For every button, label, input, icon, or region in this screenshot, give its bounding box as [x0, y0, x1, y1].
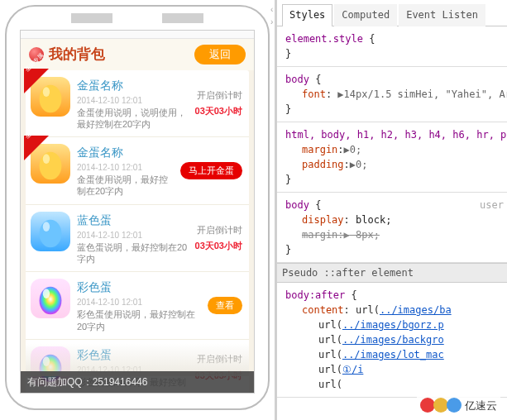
footer-qq: 2519416446 — [93, 376, 148, 388]
rule-reset[interactable]: html, body, h1, h2, h3, h4, h6, hr, p, b… — [277, 122, 507, 193]
ribbon-badge — [24, 69, 49, 93]
egg-icon — [31, 279, 70, 318]
item-right: 查看 — [208, 279, 242, 332]
header-bar: 我的背包 返回 — [21, 39, 254, 70]
egg-icon — [31, 212, 70, 251]
svg-point-9 — [43, 356, 50, 366]
tab-event-listen[interactable]: Event Listen — [399, 4, 485, 26]
page-title: 我的背包 — [49, 44, 105, 65]
item-desc: 金蛋使用说明，最好控制在20字内 — [77, 174, 174, 198]
rule-body-font[interactable]: body { font: ▶14px/1.5 simHei, "Yahei", … — [277, 67, 507, 122]
item-date: 2014-12-10 12:01 — [77, 161, 174, 174]
css-url-line[interactable]: content: url(../images/ba — [285, 303, 504, 317]
tab-computed[interactable]: Computed — [334, 4, 397, 26]
brand-logo: 亿速云 — [417, 396, 500, 416]
device-frame: 我的背包 返回 金蛋名称2014-12-10 12:01金蛋使用说明，说明使用，… — [5, 5, 270, 410]
svg-point-6 — [40, 287, 62, 315]
item-name: 彩色蛋 — [77, 279, 201, 296]
rule-body-after[interactable]: body:after { content: url(../images/baur… — [277, 283, 507, 398]
item-desc: 彩色蛋使用说明，最好控制在20字内 — [77, 308, 201, 332]
item-name: 蓝色蛋 — [77, 212, 189, 229]
css-url-line[interactable]: url(../images/bgorz.p — [285, 317, 504, 332]
item-info: 金蛋名称2014-12-10 12:01金蛋使用说明，最好控制在20字内 — [77, 144, 174, 198]
item-date: 2014-12-10 12:01 — [77, 94, 189, 107]
list-item[interactable]: 蓝色蛋2014-12-10 12:01蓝色蛋说明，最好控制在20字内开启倒计时0… — [26, 205, 249, 273]
css-url-line[interactable]: url(①/i — [285, 362, 504, 377]
pseudo-header: Pseudo ::after element — [277, 263, 507, 283]
css-url-line[interactable]: url( — [285, 377, 504, 392]
rule-body-display[interactable]: body { user display: block; margin:▶ 8px… — [277, 193, 507, 263]
item-info: 金蛋名称2014-12-10 12:01金蛋使用说明，说明使用，最好控制在20字… — [77, 77, 189, 131]
item-date: 2014-12-10 12:01 — [77, 229, 189, 241]
countdown-time: 03天03小时 — [195, 239, 242, 253]
backpack-list: 金蛋名称2014-12-10 12:01金蛋使用说明，说明使用，最好控制在20字… — [26, 70, 249, 394]
css-url-line[interactable]: url(../images/lot_mac — [285, 347, 504, 362]
svg-point-5 — [43, 222, 50, 231]
item-name: 彩色蛋 — [77, 346, 189, 364]
item-right: 开启倒计时03天03小时 — [195, 212, 242, 265]
item-name: 金蛋名称 — [77, 144, 174, 161]
list-item[interactable]: 金蛋名称2014-12-10 12:01金蛋使用说明，最好控制在20字内马上开金… — [26, 137, 249, 205]
ribbon-badge — [24, 136, 49, 160]
brand-text: 亿速云 — [465, 398, 497, 414]
item-right: 开启倒计时03天03小时 — [195, 77, 242, 131]
action-button[interactable]: 查看 — [208, 297, 242, 314]
devtools-tabs: StylesComputedEvent Listen — [277, 0, 507, 26]
item-name: 金蛋名称 — [77, 77, 189, 94]
app-screen: 我的背包 返回 金蛋名称2014-12-10 12:01金蛋使用说明，说明使用，… — [20, 30, 255, 394]
back-button[interactable]: 返回 — [194, 45, 246, 64]
item-right: 马上开金蛋 — [180, 144, 242, 198]
item-info: 蓝色蛋2014-12-10 12:01蓝色蛋说明，最好控制在20字内 — [77, 212, 189, 265]
list-item[interactable]: 彩色蛋2014-12-10 12:01彩色蛋使用说明，最好控制在20字内查看 — [26, 272, 249, 340]
countdown-label: 开启倒计时 — [197, 88, 242, 103]
svg-point-4 — [40, 219, 62, 247]
footer-bar: 有问题加QQ：2519416446 — [21, 371, 254, 393]
item-desc: 金蛋使用说明，说明使用，最好控制在20字内 — [77, 107, 189, 131]
footer-label: 有问题加QQ： — [27, 376, 93, 388]
rule-element-style[interactable]: element.style { } — [277, 26, 507, 67]
svg-point-7 — [43, 289, 50, 299]
countdown-time: 03天03小时 — [195, 104, 242, 118]
action-button[interactable]: 马上开金蛋 — [180, 162, 242, 179]
css-url-line[interactable]: url(../images/backgro — [285, 332, 504, 347]
countdown-label: 开启倒计时 — [197, 352, 242, 366]
tab-styles[interactable]: Styles — [282, 4, 332, 26]
devtools-panel: StylesComputedEvent Listen element.style… — [277, 0, 507, 420]
item-info: 彩色蛋2014-12-10 12:01彩色蛋使用说明，最好控制在20字内 — [77, 279, 201, 332]
list-item[interactable]: 金蛋名称2014-12-10 12:01金蛋使用说明，说明使用，最好控制在20字… — [26, 70, 249, 138]
item-desc: 蓝色蛋说明，最好控制在20字内 — [77, 241, 189, 265]
item-date: 2014-12-10 12:01 — [77, 296, 201, 308]
countdown-label: 开启倒计时 — [197, 223, 242, 237]
